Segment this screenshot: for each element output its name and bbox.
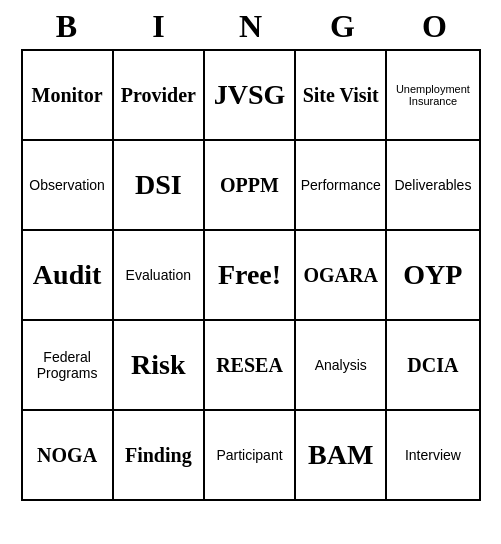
cell-0-3: Site Visit (296, 51, 387, 139)
bingo-row: Monitor Provider JVSG Site Visit Unemplo… (23, 51, 479, 141)
cell-3-3: Analysis (296, 321, 387, 409)
cell-1-4: Deliverables (387, 141, 478, 229)
header-n: N (209, 8, 293, 45)
cell-4-2: Participant (205, 411, 296, 499)
cell-2-3: OGARA (296, 231, 387, 319)
cell-0-4: Unemployment Insurance (387, 51, 478, 139)
header-o: O (393, 8, 477, 45)
bingo-header: B I N G O (21, 0, 481, 49)
cell-1-0: Observation (23, 141, 114, 229)
cell-4-1: Finding (114, 411, 205, 499)
cell-1-1: DSI (114, 141, 205, 229)
cell-1-3: Performance (296, 141, 387, 229)
bingo-row: Federal Programs Risk RESEA Analysis DCI… (23, 321, 479, 411)
bingo-row: Observation DSI OPPM Performance Deliver… (23, 141, 479, 231)
cell-4-4: Interview (387, 411, 478, 499)
cell-1-2: OPPM (205, 141, 296, 229)
cell-4-3: BAM (296, 411, 387, 499)
cell-3-1: Risk (114, 321, 205, 409)
cell-4-0: NOGA (23, 411, 114, 499)
cell-2-0: Audit (23, 231, 114, 319)
cell-0-1: Provider (114, 51, 205, 139)
cell-2-2-free: Free! (205, 231, 296, 319)
bingo-row: Audit Evaluation Free! OGARA OYP (23, 231, 479, 321)
bingo-grid: Monitor Provider JVSG Site Visit Unemplo… (21, 49, 481, 501)
cell-0-0: Monitor (23, 51, 114, 139)
cell-3-2: RESEA (205, 321, 296, 409)
cell-3-4: DCIA (387, 321, 478, 409)
cell-3-0: Federal Programs (23, 321, 114, 409)
header-b: B (25, 8, 109, 45)
header-i: I (117, 8, 201, 45)
bingo-row: NOGA Finding Participant BAM Interview (23, 411, 479, 499)
header-g: G (301, 8, 385, 45)
cell-2-1: Evaluation (114, 231, 205, 319)
cell-0-2: JVSG (205, 51, 296, 139)
cell-2-4: OYP (387, 231, 478, 319)
